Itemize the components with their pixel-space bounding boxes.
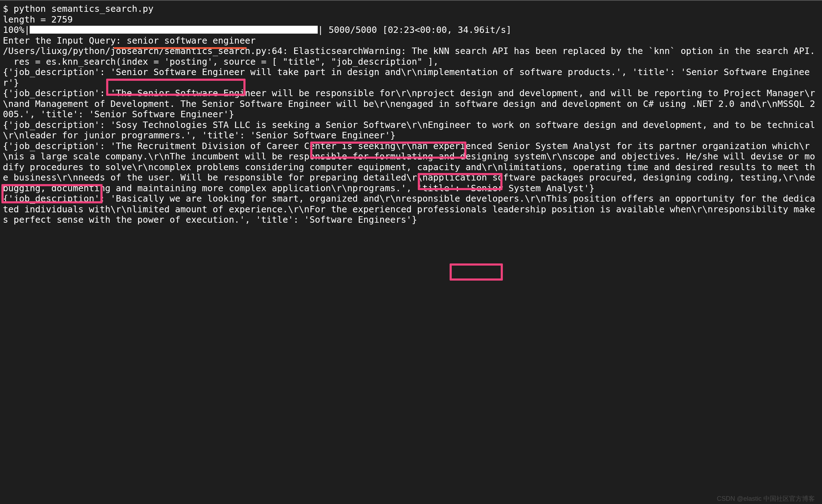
warning-path: /Users/liuxg/python/jobsearch/semantics_… [3,46,815,56]
result-row: {'job_description': 'The Recruitment Div… [3,141,815,193]
terminal-output[interactable]: $ python semantics_search.py length = 27… [0,0,822,504]
shell-prompt: $ [3,4,14,14]
annotation-box-developer [450,263,503,281]
result-row: {'job_description': 'Senior Software Eng… [3,67,810,88]
progress-percent: 100% [3,25,24,35]
length-output: length = 2759 [3,14,73,25]
query-prompt: Enter the Input Query: [3,35,127,46]
watermark: CSDN @elastic 中国社区官方博客 [717,495,815,503]
result-row: {'job_description': 'Basically we are lo… [3,193,815,225]
result-row: {'job_description': 'The Senior Software… [3,88,815,119]
progress-bar [30,26,318,34]
command-text: python semantics_search.py [14,4,153,14]
progress-stats: 5000/5000 [02:23<00:00, 34.96it/s] [323,25,511,35]
result-row: {'job_description': 'Sosy Technologies S… [3,120,815,141]
query-value: senior software engineer [127,35,256,46]
warning-code: res = es.knn_search(index = 'posting', s… [3,56,439,67]
